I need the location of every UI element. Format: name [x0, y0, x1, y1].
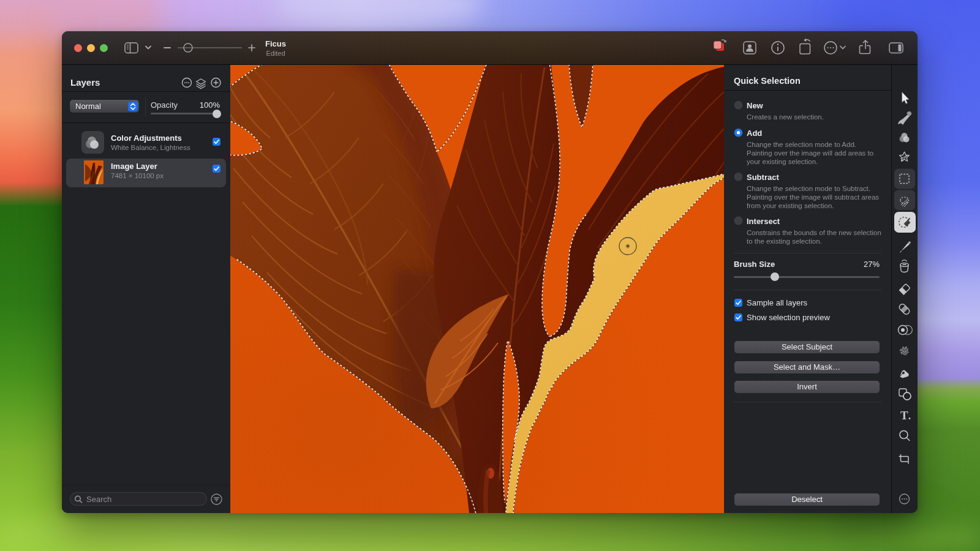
- svg-text:T: T: [900, 409, 908, 422]
